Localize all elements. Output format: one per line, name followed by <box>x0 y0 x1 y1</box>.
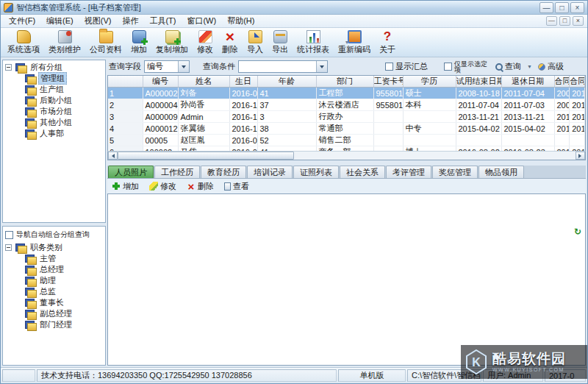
tab[interactable]: 物品领用 <box>478 166 524 178</box>
query-condition-select[interactable] <box>238 60 328 73</box>
watermark-title: 酷易软件园 <box>492 352 566 366</box>
folder-icon <box>25 288 36 296</box>
mdi-close-button[interactable]: × <box>573 16 584 26</box>
tab[interactable]: 工作经历 <box>154 166 200 178</box>
menu-item[interactable]: 文件(F) <box>4 15 40 27</box>
tree-item[interactable]: 管理组 <box>3 73 105 84</box>
scroll-left-button[interactable] <box>108 152 118 160</box>
toolbar-button[interactable]: 类别维护 <box>44 29 85 56</box>
toolbar-button[interactable]: 统计报表 <box>293 29 334 56</box>
menu-item[interactable]: 帮助(H) <box>222 15 259 27</box>
column-header[interactable]: 合同… <box>570 76 585 88</box>
column-header[interactable]: 学历 <box>403 76 456 88</box>
column-header[interactable]: 编号 <box>143 76 178 88</box>
tree-item[interactable]: 生产组 <box>3 84 105 95</box>
menu-item[interactable]: 窗口(W) <box>182 15 221 27</box>
folder-icon <box>25 266 36 274</box>
tab[interactable]: 人员照片 <box>108 166 154 178</box>
tab[interactable]: 奖惩管理 <box>432 166 478 178</box>
close-button[interactable]: × <box>570 2 584 13</box>
tab[interactable]: 教育经历 <box>201 166 246 178</box>
menu-item[interactable]: 编辑(E) <box>41 15 79 27</box>
table-row[interactable]: 4A000012张翼德 2016-12-1538常通部 中专2015-04-02… <box>108 123 585 135</box>
detail-toolbar-button[interactable]: 增加 <box>112 181 139 192</box>
tree-item[interactable]: 总经理 <box>3 264 105 275</box>
folder-icon <box>25 118 36 127</box>
minimize-button[interactable]: — <box>539 2 553 13</box>
tree-item[interactable]: 总监 <box>3 286 105 297</box>
only-selected-checkbox[interactable] <box>444 63 452 71</box>
toolbar-button[interactable]: 导入 <box>243 29 268 56</box>
column-header[interactable]: 姓名 <box>178 76 229 88</box>
tree-root-all-groups[interactable]: 所有分组 <box>3 62 105 73</box>
detail-toolbar: 增加 修改 删除 查看 <box>107 179 586 193</box>
toolbar-button[interactable]: 关于 <box>375 29 400 56</box>
toolbar-button[interactable]: 导出 <box>268 29 293 56</box>
scroll-right-button[interactable] <box>576 152 585 160</box>
column-header[interactable]: 年龄 <box>257 76 316 88</box>
tab[interactable]: 培训记录 <box>247 166 293 178</box>
table-row[interactable]: 1A000002刘备 2016-01-0141工程部 955801010111硕… <box>108 88 585 99</box>
show-summary-checkbox[interactable] <box>385 63 393 71</box>
horizontal-scrollbar[interactable] <box>107 151 586 160</box>
query-bar: 查询字段 编号 查询条件 显示汇总 仅显示选定项 <box>107 60 586 75</box>
tree-root-positions[interactable]: 职务类别 <box>3 242 105 253</box>
tab[interactable]: 考评管理 <box>386 166 431 178</box>
scrollbar-thumb[interactable] <box>118 152 294 160</box>
menu-item[interactable]: 工具(T) <box>144 15 181 27</box>
tree-item[interactable]: 人事部 <box>3 128 105 139</box>
splitter[interactable] <box>107 160 586 166</box>
maximize-button[interactable]: □ <box>555 2 569 13</box>
toolbar-button[interactable]: 复制增加 <box>151 29 193 56</box>
chevron-down-icon[interactable] <box>316 61 327 72</box>
tree-item[interactable]: 助理 <box>3 275 105 286</box>
d-edit-icon <box>149 182 158 191</box>
chevron-down-icon[interactable] <box>178 61 189 72</box>
mdi-minimize-button[interactable]: — <box>546 16 557 26</box>
tree-item[interactable]: 其他小组 <box>3 117 105 128</box>
toolbar-button[interactable]: 公司资料 <box>85 29 126 56</box>
tab[interactable]: 证照列表 <box>293 166 339 178</box>
tree-item[interactable]: 市场分组 <box>3 106 105 117</box>
column-header[interactable]: 合同签订日期 <box>554 76 570 88</box>
d-view-icon <box>224 182 231 191</box>
query-button[interactable]: 查询 <box>492 60 524 73</box>
collapse-icon[interactable] <box>5 244 12 251</box>
table-row[interactable]: 2A000004孙尚香 2016-12-2037沐云楼酒店 9558010101… <box>108 99 585 111</box>
tree-item[interactable]: 主管 <box>3 253 105 264</box>
toolbar-button[interactable]: 删除 <box>218 29 243 56</box>
tree-item[interactable]: 副总经理 <box>3 308 105 319</box>
column-header[interactable]: 试用结束日期 <box>456 76 501 88</box>
advanced-button[interactable]: 高级 <box>535 60 567 73</box>
tab[interactable]: 社会关系 <box>340 166 385 178</box>
detail-toolbar-button[interactable]: 查看 <box>224 181 249 192</box>
column-header[interactable]: 退休日期 <box>501 76 554 88</box>
tree-item[interactable]: 后勤小组 <box>3 95 105 106</box>
detail-toolbar-button[interactable]: 删除 <box>187 181 214 192</box>
toolbar-button[interactable]: 系统选项 <box>3 29 44 56</box>
menu-item[interactable]: 视图(V) <box>79 15 117 27</box>
column-header[interactable]: 部门 <box>316 76 373 88</box>
table-row[interactable]: 3A000009Admin 2016-11-213行政办 2013-11-21 … <box>108 111 585 123</box>
toolbar-button[interactable]: 修改 <box>193 29 218 56</box>
detail-toolbar-button[interactable]: 修改 <box>149 181 176 192</box>
query-dropdown-icon[interactable]: ▼ <box>527 64 532 69</box>
table-row[interactable]: 500005赵匡胤 2016-09-1552销售二部 <box>108 135 585 146</box>
column-header[interactable] <box>108 76 143 88</box>
menu-item[interactable]: 操作 <box>117 15 143 27</box>
tree-item[interactable]: 部门经理 <box>3 319 105 330</box>
column-header[interactable]: 工资卡号 <box>373 76 403 88</box>
toolbar-button[interactable]: 重新编码 <box>334 29 375 56</box>
nav-auto-group-checkbox[interactable] <box>5 231 13 239</box>
column-header[interactable]: 生日 <box>229 76 257 88</box>
only-selected-label: 仅显示选定项 <box>454 61 490 73</box>
collapse-icon[interactable] <box>5 64 12 71</box>
tree-item[interactable]: 董事长 <box>3 297 105 308</box>
d-delete-icon <box>187 182 196 191</box>
toolbar-overflow-button[interactable]: ▾ <box>343 39 351 46</box>
toolbar-button[interactable]: 增加 <box>126 29 151 56</box>
mdi-restore-button[interactable]: □ <box>559 16 570 26</box>
folder-icon <box>25 129 36 138</box>
title-bar: 智信档案管理系统 - [电子档案管理] — □ × <box>1 1 587 15</box>
query-field-select[interactable]: 编号 <box>144 60 190 73</box>
